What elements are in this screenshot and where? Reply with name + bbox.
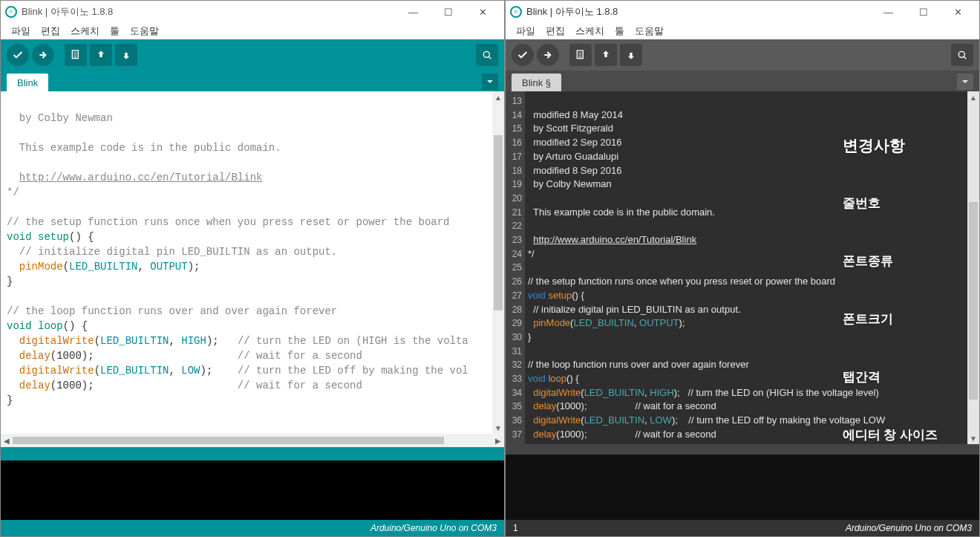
menu-sketch[interactable]: 스케치	[66, 23, 104, 39]
close-button[interactable]: ✕	[466, 1, 500, 22]
menu-file[interactable]: 파일	[512, 23, 540, 39]
toolbar	[506, 39, 979, 71]
menu-help[interactable]: 도움말	[630, 23, 668, 39]
arduino-icon	[5, 6, 17, 18]
save-button[interactable]	[620, 44, 642, 66]
toolbar	[1, 39, 504, 71]
line-number-gutter: 13 14 15 16 17 18 19 20 21 22 23 24 25 2…	[506, 91, 525, 444]
menu-sketch[interactable]: 스케치	[571, 23, 609, 39]
upload-button[interactable]	[537, 44, 559, 66]
status-bar: Arduino/Genuino Uno on COM3	[1, 520, 504, 536]
open-button[interactable]	[90, 44, 112, 66]
window-title: Blink | 아두이노 1.8.8	[22, 5, 396, 19]
tutorial-link[interactable]: http://www.arduino.cc/en/Tutorial/Blink	[533, 234, 696, 245]
arduino-icon	[510, 6, 522, 18]
code-area[interactable]: by Colby Newman This example code is in …	[1, 91, 492, 434]
arduino-window-light: Blink | 아두이노 1.8.8 — ☐ ✕ 파일 편집 스케치 툴 도움말…	[0, 0, 505, 537]
output-console[interactable]	[506, 455, 979, 520]
upload-button[interactable]	[32, 44, 54, 66]
window-title: Blink | 아두이노 1.8.8	[526, 5, 872, 19]
menu-help[interactable]: 도움말	[125, 23, 163, 39]
overlay-title: 변경사항	[843, 136, 938, 155]
serial-monitor-button[interactable]	[951, 44, 973, 66]
serial-monitor-button[interactable]	[476, 44, 498, 66]
menu-tools[interactable]: 툴	[610, 23, 629, 39]
board-port-label: Arduino/Genuino Uno on COM3	[370, 523, 497, 533]
menu-edit[interactable]: 편집	[541, 23, 569, 39]
menu-file[interactable]: 파일	[7, 23, 35, 39]
changes-overlay: 변경사항 줄번호 폰트종류 폰트크기 탭간격 에디터 창 사이즈	[843, 97, 938, 444]
menu-tools[interactable]: 툴	[105, 23, 124, 39]
verify-button[interactable]	[7, 44, 29, 66]
new-button[interactable]	[569, 44, 592, 66]
verify-button[interactable]	[512, 44, 534, 66]
vertical-scrollbar[interactable]: ▲ ▼	[967, 91, 979, 444]
line-indicator: 1	[513, 523, 518, 533]
maximize-button[interactable]: ☐	[906, 1, 940, 22]
new-button[interactable]	[65, 44, 87, 66]
tabstrip: Blink §	[506, 71, 979, 91]
menubar: 파일 편집 스케치 툴 도움말	[506, 23, 979, 39]
board-port-label: Arduino/Genuino Uno on COM3	[846, 523, 972, 533]
window-controls: — ☐ ✕	[872, 1, 975, 22]
maximize-button[interactable]: ☐	[431, 1, 465, 22]
save-button[interactable]	[115, 44, 137, 66]
tutorial-link[interactable]: http://www.arduino.cc/en/Tutorial/Blink	[19, 172, 263, 183]
tab-blink[interactable]: Blink §	[512, 74, 561, 91]
code-editor[interactable]: 13 14 15 16 17 18 19 20 21 22 23 24 25 2…	[506, 91, 979, 444]
code-area[interactable]: modified 8 May 2014 by Scott Fitzgerald …	[525, 91, 967, 444]
open-button[interactable]	[595, 44, 617, 66]
message-bar	[1, 447, 504, 460]
output-console[interactable]	[1, 460, 504, 520]
menu-edit[interactable]: 편집	[36, 23, 65, 39]
menubar: 파일 편집 스케치 툴 도움말	[1, 23, 504, 39]
tab-blink[interactable]: Blink	[7, 74, 48, 91]
tabstrip: Blink	[1, 71, 504, 91]
minimize-button[interactable]: —	[872, 1, 905, 22]
window-controls: — ☐ ✕	[396, 1, 500, 22]
titlebar[interactable]: Blink | 아두이노 1.8.8 — ☐ ✕	[506, 1, 979, 23]
tab-menu-button[interactable]	[957, 74, 973, 90]
code-editor[interactable]: by Colby Newman This example code is in …	[1, 91, 504, 434]
titlebar[interactable]: Blink | 아두이노 1.8.8 — ☐ ✕	[1, 1, 504, 23]
minimize-button[interactable]: —	[396, 1, 430, 22]
message-bar	[506, 444, 979, 455]
vertical-scrollbar[interactable]: ▲ ▼	[492, 91, 504, 434]
arduino-window-dark: Blink | 아두이노 1.8.8 — ☐ ✕ 파일 편집 스케치 툴 도움말…	[505, 0, 980, 537]
status-bar: 1 Arduino/Genuino Uno on COM3	[506, 520, 979, 536]
tab-menu-button[interactable]	[482, 74, 498, 90]
horizontal-scrollbar[interactable]: ◀▶	[1, 434, 504, 447]
close-button[interactable]: ✕	[941, 1, 975, 22]
